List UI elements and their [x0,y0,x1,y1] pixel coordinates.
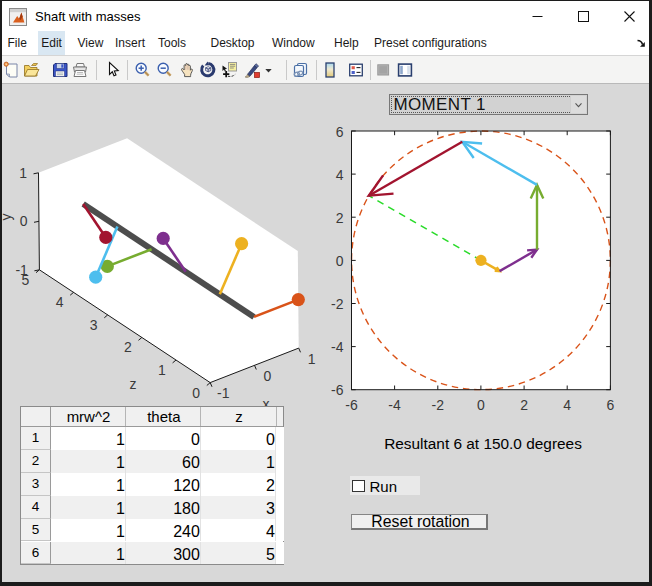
svg-text:4: 4 [563,397,571,413]
svg-text:2: 2 [520,397,528,413]
svg-text:-4: -4 [388,397,401,413]
svg-text:0: 0 [192,385,200,401]
svg-text:1: 1 [19,165,27,181]
svg-text:0: 0 [336,253,344,269]
svg-text:y: y [0,214,14,221]
svg-text:0: 0 [20,213,28,229]
svg-text:0: 0 [264,368,272,384]
svg-text:6: 6 [336,124,344,140]
svg-text:-6: -6 [345,397,358,413]
svg-text:-6: -6 [331,382,344,398]
svg-text:5: 5 [22,272,30,288]
svg-text:4: 4 [56,294,64,310]
svg-text:2: 2 [336,210,344,226]
svg-text:2: 2 [124,339,132,355]
svg-text:0: 0 [477,397,485,413]
svg-text:-4: -4 [331,339,344,355]
svg-text:z: z [130,376,137,392]
svg-text:4: 4 [336,167,344,183]
svg-text:6: 6 [607,397,615,413]
svg-text:1: 1 [158,362,166,378]
svg-text:-1: -1 [217,385,230,401]
svg-text:-2: -2 [432,397,445,413]
svg-text:-2: -2 [331,296,344,312]
svg-text:3: 3 [90,317,98,333]
svg-text:1: 1 [308,351,316,367]
